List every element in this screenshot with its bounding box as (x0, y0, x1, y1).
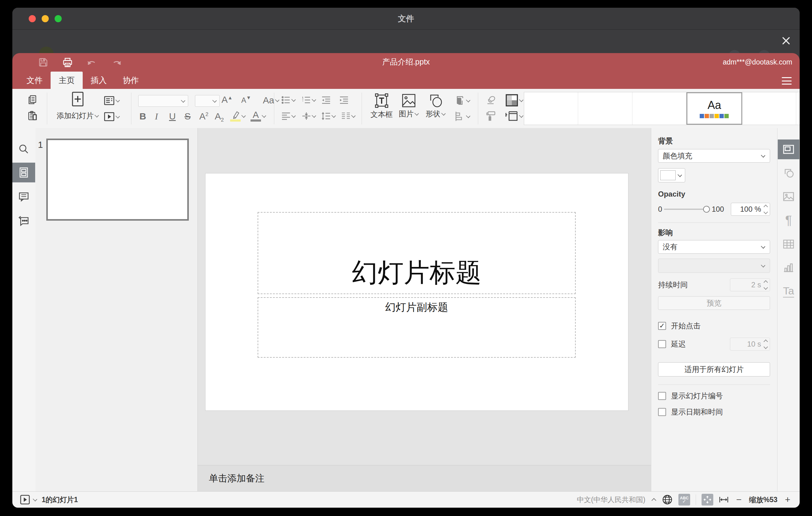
textbox-button[interactable]: 文本框 (370, 93, 393, 119)
tab-home[interactable]: 主页 (51, 71, 83, 89)
shape-settings-tab[interactable] (778, 163, 799, 183)
theme-option[interactable] (633, 92, 687, 125)
theme-gallery-expand-button[interactable] (796, 92, 800, 125)
zoom-out-button[interactable]: − (734, 494, 744, 505)
slide-thumbnail-selected[interactable] (46, 139, 189, 221)
apply-to-all-slides-button[interactable]: 适用于所有幻灯片 (658, 362, 770, 376)
opacity-label: Opacity (658, 190, 770, 198)
search-icon[interactable] (12, 139, 35, 159)
theme-option-selected[interactable]: Aa (687, 92, 742, 125)
start-on-click-checkbox[interactable]: ✓ (658, 322, 666, 330)
subscript-button[interactable]: A2 (215, 111, 224, 123)
paragraph-settings-tab[interactable]: ¶ (778, 210, 799, 230)
insert-image-button[interactable]: 图片 (397, 93, 420, 119)
start-slideshow-status-button[interactable] (20, 494, 37, 505)
opacity-max-label: 100 (712, 205, 724, 213)
chevron-down-icon (33, 497, 37, 501)
highlight-color-button[interactable] (230, 111, 246, 122)
tab-insert[interactable]: 插入 (83, 71, 115, 89)
tab-file[interactable]: 文件 (19, 71, 51, 89)
fill-type-select[interactable]: 颜色填充 (658, 149, 770, 163)
bullet-list-icon[interactable] (281, 96, 296, 104)
zoom-in-button[interactable]: + (783, 494, 792, 505)
menu-icon[interactable] (782, 77, 792, 85)
slide-fill-color-button[interactable] (505, 94, 524, 107)
language-label[interactable]: 中文(中华人民共和国) (577, 495, 645, 505)
strikethrough-button[interactable]: S (184, 111, 191, 122)
font-size-select[interactable] (195, 95, 220, 107)
thumbnail-number: 1 (38, 140, 43, 150)
theme-option[interactable] (742, 92, 796, 125)
decrease-font-icon[interactable]: A▼ (241, 94, 251, 105)
notes-input[interactable]: 单击添加备注 (198, 465, 651, 491)
theme-color-swatch (724, 114, 729, 118)
show-slide-number-checkbox[interactable] (658, 392, 666, 400)
chevron-down-icon (677, 173, 682, 177)
theme-option[interactable] (578, 92, 632, 125)
underline-button[interactable]: U (169, 111, 176, 122)
line-spacing-icon[interactable] (321, 112, 336, 120)
numbered-list-icon[interactable] (302, 96, 316, 104)
increase-indent-icon[interactable] (339, 96, 349, 104)
horizontal-align-icon[interactable] (281, 112, 296, 120)
title-placeholder[interactable]: 幻灯片标题 (258, 212, 576, 294)
spell-check-toggle[interactable]: ABC ✓ (678, 494, 690, 506)
paste-icon[interactable] (27, 111, 38, 121)
add-slide-button[interactable]: 添加幻灯片 (58, 91, 97, 121)
font-color-button[interactable]: A (251, 111, 266, 122)
slide-canvas[interactable]: 幻灯片标题 幻灯片副标题 (205, 173, 629, 411)
opacity-spinner[interactable]: 100 % (731, 203, 770, 216)
arrange-shapes-icon[interactable] (454, 95, 470, 106)
columns-icon[interactable] (341, 112, 356, 120)
toolbar-divider (478, 93, 478, 124)
fill-color-button[interactable] (658, 168, 685, 182)
italic-button[interactable]: I (155, 111, 158, 122)
toolbar-divider (274, 93, 274, 124)
image-settings-tab[interactable] (778, 187, 799, 206)
theme-color-swatch (709, 114, 714, 118)
copy-style-icon[interactable] (486, 111, 497, 122)
window-title: 文件 (12, 8, 800, 29)
opacity-slider[interactable] (664, 209, 707, 210)
subtitle-placeholder[interactable]: 幻灯片副标题 (258, 297, 576, 358)
comments-icon[interactable] (12, 187, 35, 206)
theme-option[interactable] (524, 92, 578, 125)
start-slideshow-button[interactable] (104, 112, 120, 122)
change-case-icon[interactable]: Aa (263, 95, 280, 106)
editor-header: 产品介绍.pptx adm***@dootask.com 文件 主页 插入 协作 (12, 53, 800, 89)
close-icon[interactable] (779, 34, 793, 48)
decrease-indent-icon[interactable] (321, 96, 331, 104)
preview-button: 预览 (658, 296, 770, 310)
select-tool-icon[interactable] (486, 95, 497, 106)
slide-layout-button[interactable] (104, 96, 120, 106)
effect-select[interactable]: 没有 (658, 240, 770, 254)
show-date-checkbox[interactable] (658, 408, 666, 416)
copy-icon[interactable] (27, 94, 38, 105)
table-settings-tab[interactable] (778, 234, 799, 254)
theme-color-swatch (705, 114, 709, 118)
font-name-select[interactable] (138, 95, 188, 107)
increase-font-icon[interactable]: A▲ (222, 94, 233, 105)
opacity-slider-knob[interactable] (703, 206, 710, 212)
align-shapes-icon[interactable] (454, 111, 470, 122)
chat-icon[interactable] (12, 211, 35, 231)
text-art-settings-tab[interactable]: Ta (778, 281, 799, 301)
slides-panel-tab[interactable] (12, 163, 35, 182)
fit-to-width-button[interactable] (719, 496, 729, 504)
chart-settings-tab[interactable] (778, 258, 799, 278)
slide-settings-tab[interactable] (778, 140, 799, 159)
chevron-down-icon (241, 113, 245, 118)
delay-spinner: 10 s (730, 338, 770, 351)
bold-button[interactable]: B (140, 111, 146, 122)
language-globe-icon[interactable] (662, 494, 673, 505)
fit-to-slide-button[interactable] (701, 494, 713, 506)
theme-sample-text: Aa (707, 99, 721, 112)
tab-collaboration[interactable]: 协作 (115, 71, 147, 89)
delay-checkbox[interactable] (658, 340, 666, 348)
vertical-align-icon[interactable] (302, 112, 316, 120)
right-settings-tabs: ¶ Ta (777, 128, 800, 491)
insert-shape-button[interactable]: 形状 (423, 93, 448, 119)
slide-info: 1的幻灯片1 (42, 495, 78, 505)
superscript-button[interactable]: A2 (199, 111, 208, 122)
slide-size-button[interactable] (505, 111, 524, 122)
